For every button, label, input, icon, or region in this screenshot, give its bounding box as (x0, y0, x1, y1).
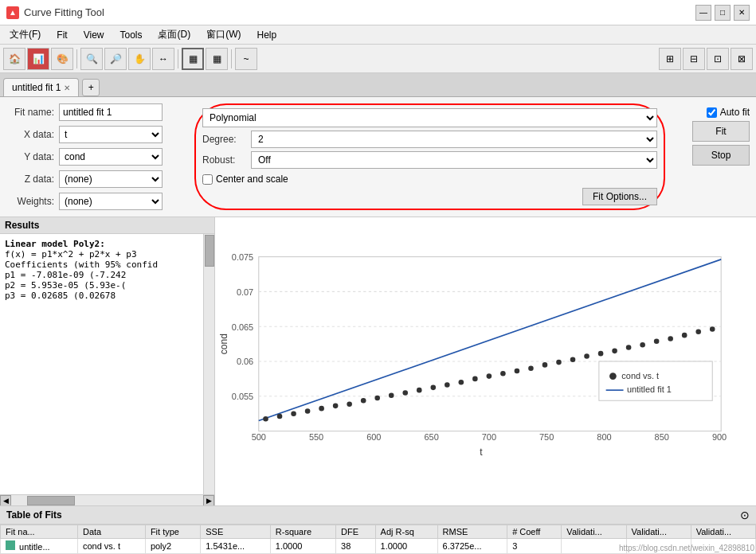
menu-desktop[interactable]: 桌面(D) (151, 26, 197, 43)
weights-select[interactable]: (none) (59, 193, 163, 210)
svg-text:untitled fit 1: untitled fit 1 (627, 384, 672, 394)
window-controls[interactable]: — □ ✕ (695, 5, 750, 21)
svg-text:800: 800 (597, 432, 611, 442)
row-rsquare: 1.0000 (270, 539, 335, 554)
col-val1[interactable]: Validati... (562, 525, 626, 539)
svg-point-23 (277, 414, 283, 419)
main-content: Fit name: X data: t Y data: cond Z data:… (0, 97, 756, 554)
table-row[interactable]: untitle... cond vs. t poly2 1.5431e... 1… (1, 539, 756, 554)
fit-name-row: Fit name: (6, 103, 182, 121)
svg-point-37 (472, 376, 478, 382)
svg-point-49 (640, 342, 645, 348)
results-hscroll-thumb[interactable] (27, 496, 75, 505)
toolbar-pan[interactable]: ✋ (128, 48, 151, 70)
toolbar-separator-3 (231, 49, 232, 68)
degree-select[interactable]: 2 (251, 131, 657, 148)
results-line-3: Coefficients (with 95% confid (5, 259, 197, 270)
col-val3[interactable]: Validati... (691, 525, 755, 539)
table-collapse-button[interactable]: ⊙ (740, 509, 750, 521)
col-fit-type[interactable]: Fit type (145, 525, 200, 539)
toolbar-zoom-out[interactable]: 🔎 (104, 48, 127, 70)
row-data: cond vs. t (77, 539, 145, 554)
row-fit-name: untitle... (1, 539, 78, 554)
results-hscroll[interactable]: ◀ ▶ (0, 494, 214, 505)
svg-point-50 (654, 339, 660, 345)
row-val3 (691, 539, 755, 554)
toolbar-layout1[interactable]: ⊞ (659, 48, 681, 70)
fit-options-button[interactable]: Fit Options... (582, 188, 657, 205)
right-buttons: Auto fit Fit Stop (678, 103, 750, 210)
maximize-button[interactable]: □ (715, 5, 731, 21)
title-bar-left: ▲ Curve Fitting Tool (6, 6, 104, 19)
results-panel: Results Linear model Poly2: f(x) = p1*x^… (0, 217, 215, 505)
fit-name-input[interactable] (59, 103, 163, 121)
svg-text:700: 700 (482, 432, 496, 442)
toolbar-function[interactable]: ~ (235, 48, 257, 70)
robust-label: Robust: (202, 154, 246, 166)
col-data[interactable]: Data (77, 525, 145, 539)
col-rsquare[interactable]: R-square (270, 525, 335, 539)
svg-point-35 (445, 382, 450, 388)
left-form: Fit name: X data: t Y data: cond Z data:… (6, 103, 182, 210)
svg-point-22 (263, 416, 268, 422)
menu-file[interactable]: 文件(F) (3, 26, 47, 43)
col-val2[interactable]: Validati... (626, 525, 691, 539)
fit-button[interactable]: Fit (692, 121, 750, 142)
x-data-select[interactable]: t (59, 126, 163, 143)
svg-text:600: 600 (366, 432, 381, 442)
toolbar-grid1[interactable]: ▦ (182, 48, 204, 70)
results-scroll-thumb[interactable] (205, 235, 214, 267)
fit-type-select[interactable]: Polynomial (202, 108, 657, 127)
robust-select[interactable]: Off (251, 151, 657, 169)
toolbar-layout3[interactable]: ⊡ (707, 48, 729, 70)
hscroll-right-arrow[interactable]: ▶ (203, 495, 214, 506)
menu-tools[interactable]: Tools (113, 28, 148, 42)
tab-bar: untitled fit 1 ✕ + (0, 73, 756, 97)
col-adj-rsq[interactable]: Adj R-sq (375, 525, 437, 539)
minimize-button[interactable]: — (695, 5, 711, 21)
menu-view[interactable]: View (77, 28, 111, 42)
results-scrollbar[interactable] (203, 234, 214, 494)
tab-untitled-fit-1[interactable]: untitled fit 1 ✕ (3, 78, 79, 96)
col-rmse[interactable]: RMSE (437, 525, 507, 539)
menu-help[interactable]: Help (250, 28, 283, 42)
col-ncoeff[interactable]: # Coeff (507, 525, 562, 539)
y-data-select[interactable]: cond (59, 148, 163, 166)
col-fit-name[interactable]: Fit na... (1, 525, 78, 539)
toolbar-home[interactable]: 🏠 (3, 48, 25, 70)
tab-close-button[interactable]: ✕ (64, 84, 70, 92)
row-fit-type: poly2 (145, 539, 200, 554)
toolbar-select[interactable]: ↔ (152, 48, 174, 70)
fit-type-row: Polynomial (202, 108, 657, 127)
svg-point-47 (612, 349, 617, 354)
table-title-row: Table of Fits ⊙ (0, 506, 756, 525)
close-button[interactable]: ✕ (734, 5, 750, 21)
svg-text:cond: cond (218, 334, 229, 354)
toolbar-chart[interactable]: 📊 (27, 48, 49, 70)
row-sse: 1.5431e... (201, 539, 271, 554)
svg-text:750: 750 (539, 432, 554, 442)
svg-text:650: 650 (424, 432, 438, 442)
auto-fit-label: Auto fit (720, 107, 750, 118)
stop-button[interactable]: Stop (692, 145, 750, 166)
svg-text:0.06: 0.06 (237, 357, 253, 366)
auto-fit-checkbox[interactable] (707, 107, 717, 118)
hscroll-left-arrow[interactable]: ◀ (0, 495, 11, 506)
toolbar-layout4[interactable]: ⊠ (731, 48, 753, 70)
col-dfe[interactable]: DFE (336, 525, 375, 539)
toolbar-color[interactable]: 🎨 (51, 48, 73, 70)
toolbar-layout2[interactable]: ⊟ (683, 48, 705, 70)
toolbar-separator-1 (76, 49, 77, 68)
tab-add-button[interactable]: + (82, 79, 100, 96)
toolbar: 🏠 📊 🎨 🔍 🔎 ✋ ↔ ▦ ▦ ~ ⊞ ⊟ ⊡ ⊠ (0, 45, 756, 73)
toolbar-zoom-in[interactable]: 🔍 (80, 48, 103, 70)
svg-text:cond vs. t: cond vs. t (621, 371, 659, 380)
z-data-select[interactable]: (none) (59, 170, 163, 188)
menu-window[interactable]: 窗口(W) (200, 26, 247, 43)
table-title: Table of Fits (6, 509, 62, 521)
toolbar-grid2[interactable]: ▦ (206, 48, 228, 70)
table-panel: Table of Fits ⊙ Fit na... Data Fit type … (0, 505, 756, 554)
col-sse[interactable]: SSE (201, 525, 271, 539)
center-scale-checkbox[interactable] (202, 174, 213, 185)
menu-fit[interactable]: Fit (50, 28, 73, 42)
